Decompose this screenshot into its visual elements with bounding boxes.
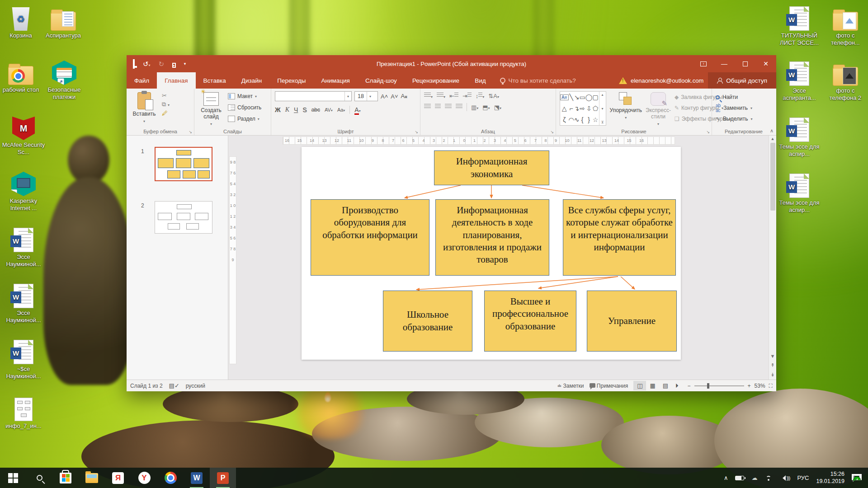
onedrive-cloud-icon[interactable]: ☁ xyxy=(751,474,757,481)
slide-sorter-view-button[interactable]: ▦ xyxy=(646,381,659,390)
align-text-button[interactable]: ⬒▾ xyxy=(482,104,490,111)
paste-button[interactable]: Вставить▾ xyxy=(130,91,158,127)
slideshow-view-button[interactable]: ⏵ xyxy=(672,381,682,391)
line-spacing-button[interactable]: ↕▾ xyxy=(476,93,485,99)
horizontal-ruler[interactable]: 16 15 14 13 12 11 10 9 8 7 6 5 4 3 2 1 0… xyxy=(283,136,675,145)
tab-view[interactable]: Вид xyxy=(467,72,493,89)
shape-right-brace-icon[interactable]: } xyxy=(588,116,590,123)
slide-thumbnail-panel[interactable]: 1 2 xyxy=(127,136,228,380)
desktop-icon-mcafee[interactable]: M↗ McAfee Security Sc... xyxy=(2,113,45,156)
clear-formatting-button[interactable]: A𝄪 xyxy=(401,93,408,100)
text-shadow-button[interactable]: S xyxy=(302,106,307,113)
action-center-icon[interactable]: 4 xyxy=(852,474,862,482)
convert-smartart-button[interactable]: ⬔▾ xyxy=(494,104,501,111)
strikethrough-button[interactable]: abc xyxy=(311,107,320,113)
zoom-percentage[interactable]: 53% xyxy=(755,383,765,389)
reading-view-button[interactable]: ▤ xyxy=(659,381,672,390)
desktop-icon-folder-photos-2[interactable]: фото с телефона 2 xyxy=(825,59,866,102)
shape-triangle-icon[interactable]: △ xyxy=(562,105,567,112)
tab-animations[interactable]: Анимация xyxy=(314,72,358,89)
zoom-slider[interactable] xyxy=(694,385,744,386)
previous-slide-button[interactable]: ↟ xyxy=(770,362,774,368)
tray-overflow-chevron[interactable]: ∧ xyxy=(724,474,728,481)
find-button[interactable]: Найти xyxy=(716,93,752,102)
arrange-button[interactable]: Упорядочить▾ xyxy=(610,91,642,127)
desktop-icon-folder-desktop[interactable]: рабочий стол xyxy=(2,58,40,94)
bold-button[interactable]: Ж xyxy=(275,106,281,113)
slide-counter[interactable]: Слайд 1 из 2 xyxy=(130,383,163,389)
align-left-button[interactable] xyxy=(424,104,431,111)
desktop-icon-word-doc[interactable]: W Эссе Наумкиной... xyxy=(2,225,45,268)
change-case-button[interactable]: Aa▾ xyxy=(337,107,345,113)
shape-freeform-icon[interactable]: ζ xyxy=(563,116,566,123)
desktop-icon-word-doc-title-page[interactable]: W ТИТУЛЬНЫЙ ЛИСТ ЭССЕ... xyxy=(778,4,820,47)
new-slide-button[interactable]: Создать слайд▾ xyxy=(198,91,224,127)
taskbar-word-button[interactable]: W xyxy=(184,468,210,488)
shape-down-arrow-icon[interactable]: ⇩ xyxy=(586,105,592,112)
desktop-icon-recycle-bin[interactable]: ♻ Корзина xyxy=(2,4,40,39)
desktop-icon-word-doc-topics-2[interactable]: W Темы эссе для аспир... xyxy=(778,171,820,214)
underline-button[interactable]: Ч xyxy=(294,106,298,113)
save-button[interactable] xyxy=(133,61,135,67)
share-button[interactable]: Общий доступ xyxy=(708,72,776,89)
slide-thumbnail-2[interactable] xyxy=(155,201,212,234)
slide-thumbnail-1[interactable] xyxy=(155,147,212,181)
tab-slideshow[interactable]: Слайд-шоу xyxy=(358,72,405,89)
diagram-box-management[interactable]: Управление xyxy=(587,291,677,352)
format-painter-button[interactable]: 🖉 xyxy=(162,110,170,117)
shape-rectangle-icon[interactable]: ▭ xyxy=(579,94,585,101)
battery-icon[interactable] xyxy=(735,476,744,480)
spellcheck-icon[interactable]: ▤✓ xyxy=(169,382,179,389)
align-right-button[interactable] xyxy=(445,104,452,111)
shape-flowchart-icon[interactable]: ⬠ xyxy=(593,105,598,112)
tab-transitions[interactable]: Переходы xyxy=(269,72,313,89)
zoom-out-button[interactable]: − xyxy=(688,383,691,389)
zoom-slider-thumb[interactable] xyxy=(707,383,709,389)
shape-star-icon[interactable]: ☆ xyxy=(593,116,599,123)
redo-button[interactable]: ↻ xyxy=(159,61,165,67)
slide-editing-surface[interactable]: Информационная экономика Производство об… xyxy=(302,147,681,360)
clock[interactable]: 15:26 19.01.2019 xyxy=(816,471,844,485)
desktop-icon-info-doc[interactable]: инфо_7_ин... xyxy=(2,394,45,430)
select-button[interactable]: ⇖Выделить▾ xyxy=(716,114,752,123)
shape-elbow-arrow-icon[interactable]: ↴ xyxy=(574,105,580,112)
section-button[interactable]: Раздел▾ xyxy=(228,114,261,124)
shape-line-icon[interactable]: ╲ xyxy=(569,94,573,101)
vertical-scrollbar[interactable]: ▲ ▼ ↟ ↡ xyxy=(769,136,776,380)
language-switcher[interactable]: РУС xyxy=(797,474,809,481)
start-button[interactable] xyxy=(0,468,26,488)
font-name-combo[interactable]: ▾ xyxy=(275,91,352,101)
minimize-button[interactable]: — xyxy=(714,55,735,72)
taskbar-powerpoint-button[interactable]: P xyxy=(210,468,236,488)
normal-view-button[interactable]: ◫ xyxy=(633,381,646,390)
taskbar-yandex-app-button[interactable]: Я xyxy=(105,468,131,488)
replace-button[interactable]: abacЗаменить▾ xyxy=(716,103,752,113)
diagram-box-school[interactable]: Школьное образование xyxy=(383,291,472,352)
tab-insert[interactable]: Вставка xyxy=(196,72,234,89)
desktop-icon-safe-money[interactable]: ↗ Безопасные платежи xyxy=(42,58,87,101)
italic-button[interactable]: К xyxy=(285,106,289,113)
maximize-button[interactable] xyxy=(735,55,755,72)
desktop-icon-word-doc-temp[interactable]: W ~$се Наумкиной... xyxy=(2,337,45,380)
quick-styles-button[interactable]: Экспресс-стили▾ xyxy=(646,91,671,127)
desktop-icon-folder-photos[interactable]: фото с телефон... xyxy=(825,4,866,47)
diagram-box-production[interactable]: Производство оборудования для обработки … xyxy=(311,199,429,276)
shrink-font-button[interactable]: A˅ xyxy=(391,93,398,100)
columns-button[interactable]: ▥▾ xyxy=(471,104,478,111)
reset-button[interactable]: Сбросить xyxy=(228,103,261,113)
volume-icon[interactable]: ))) xyxy=(780,475,790,481)
shapes-gallery-scrollbar[interactable]: ▴▾⊻ xyxy=(599,92,606,125)
tell-me-box[interactable]: Что вы хотите сделать? xyxy=(494,72,582,89)
notes-button[interactable]: ≐ Заметки xyxy=(557,383,584,389)
shape-arc-icon[interactable]: ◠ xyxy=(569,116,574,123)
taskbar-store-button[interactable] xyxy=(52,468,79,488)
decrease-indent-button[interactable]: ⇤ xyxy=(449,93,458,99)
tab-home[interactable]: Главная xyxy=(157,72,195,89)
tab-file[interactable]: Файл xyxy=(127,72,157,89)
character-spacing-button[interactable]: AV▾ xyxy=(325,107,333,113)
shape-oval-icon[interactable]: ◯ xyxy=(585,94,593,101)
taskbar-search-button[interactable] xyxy=(26,468,52,488)
diagram-box-services[interactable]: Все службы сферы услуг, которые служат о… xyxy=(563,199,676,276)
account-info[interactable]: elenaoreshok@outlook.com xyxy=(619,72,708,89)
collapse-ribbon-button[interactable]: ∧ xyxy=(770,128,774,134)
